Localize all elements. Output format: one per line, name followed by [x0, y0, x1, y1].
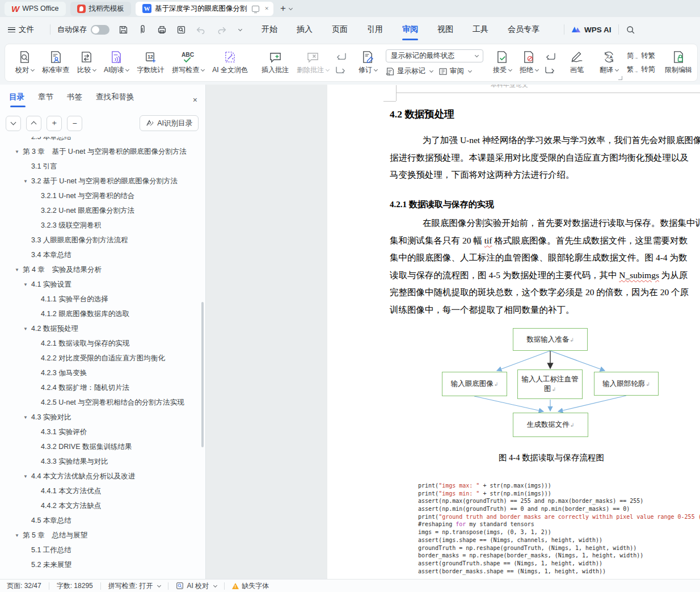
toc-toggle-icon[interactable]: ▼ [15, 533, 23, 538]
document-page[interactable]: 本科毕业论文 4.2 数据预处理 为了加强 U-net 神经网络的学习效果与学习… [327, 85, 700, 579]
toc-item[interactable]: 3.1 引言 [0, 159, 205, 174]
sidebar-scrollbar[interactable] [201, 302, 204, 447]
toc-item[interactable]: 3.4 本章总结 [0, 247, 205, 262]
close-tab-icon[interactable]: × [265, 4, 269, 13]
previous-change-icon[interactable] [545, 52, 556, 61]
toc-item[interactable]: 3.2.3 级联空洞卷积 [0, 218, 205, 233]
tab-docer-templates[interactable]: 找稻壳模板 [70, 2, 132, 16]
missing-font-warning[interactable]: 缺失字体 [232, 581, 269, 591]
more-commands-chevron-icon[interactable] [238, 27, 242, 31]
toc-toggle-icon[interactable]: ▼ [15, 149, 23, 154]
track-changes-button[interactable]: 修订 [355, 49, 381, 76]
toc-collapse-button[interactable]: − [67, 116, 82, 131]
toc-toggle-icon[interactable]: ▼ [23, 415, 31, 420]
sidebar-tab-contents[interactable]: 目录 [9, 92, 24, 107]
redo-icon[interactable] [216, 26, 227, 34]
toc-previous-button[interactable] [26, 116, 41, 131]
tab-wps-office[interactable]: W WPS Office [5, 2, 66, 16]
ai-recognize-toc-button[interactable]: AI识别目录 [140, 115, 199, 131]
toc-item[interactable]: ▼4.1 实验设置 [0, 277, 205, 292]
ai-proofread-status[interactable]: AI 校对 [176, 581, 217, 591]
sidebar-tab-find-replace[interactable]: 查找和替换 [96, 92, 134, 107]
toc-item[interactable]: ▼4.2 数据预处理 [0, 321, 205, 336]
toc-item[interactable]: 3.2.2 U-net 眼底图像分割方法 [0, 203, 205, 218]
toc-item[interactable]: 4.1.2 眼底图像数据库的选取 [0, 307, 205, 321]
toc-item[interactable]: 4.2.1 数据读取与保存的实现 [0, 336, 205, 351]
compare-button[interactable]: 比较 [73, 49, 100, 76]
toc-toggle-icon[interactable]: ▼ [23, 282, 31, 287]
menu-item-8[interactable]: 会员专享 [498, 21, 549, 38]
toc-item[interactable]: 4.3.3 实验结果与对比 [0, 454, 205, 469]
toc-item[interactable]: 4.2.2 对比度受限的自适应直方图均衡化 [0, 351, 205, 366]
menu-item-1[interactable]: 开始 [252, 21, 287, 38]
menu-item-2[interactable]: 插入 [287, 21, 322, 38]
traditional-to-simplified-button[interactable]: 繁→ 转简 [627, 65, 655, 74]
toc-next-button[interactable] [6, 116, 21, 131]
print-preview-icon[interactable] [176, 25, 186, 35]
standard-review-button[interactable]: 标准审查 [38, 49, 73, 76]
toc-toggle-icon[interactable]: ▼ [15, 267, 23, 272]
toc-toggle-icon[interactable]: ▼ [23, 474, 31, 479]
toc-item[interactable]: ▼4.4 本文方法优缺点分析以及改进 [0, 469, 205, 484]
menu-item-3[interactable]: 页面 [322, 21, 357, 38]
toc-toggle-icon[interactable]: ▼ [23, 326, 31, 331]
toc-item[interactable]: 4.3.2 DRIVE 数据集训练结果 [0, 439, 205, 454]
spellcheck-status[interactable]: 拼写检查: 打开 [108, 581, 161, 591]
new-tab-button[interactable]: + [280, 3, 286, 14]
tab-list-chevron-icon[interactable] [289, 6, 293, 10]
toc-item[interactable]: 5.1 工作总结 [0, 543, 205, 557]
next-change-icon[interactable] [545, 65, 556, 74]
toc-item[interactable]: ▼第 3 章 基于 U-net 与空洞卷积的眼底图像分割方法 [0, 144, 205, 159]
autosave-toggle[interactable] [91, 25, 109, 35]
toc-item[interactable]: 4.2.5 U-net 与空洞卷积相结合的分割方法实现 [0, 395, 205, 410]
show-markup-button[interactable]: 显示标记 [386, 66, 433, 76]
sidebar-tab-bookmarks[interactable]: 书签 [67, 92, 82, 107]
menu-item-4[interactable]: 引用 [357, 21, 393, 38]
spell-check-button[interactable]: ABC 拼写检查 [168, 49, 208, 76]
accept-button[interactable]: 接受 [489, 49, 516, 76]
toc-item[interactable]: ▼4.3 实验对比 [0, 410, 205, 425]
simplified-to-traditional-button[interactable]: 简→ 转繁 [627, 51, 655, 61]
print-icon[interactable] [157, 25, 167, 35]
menu-item-7[interactable]: 工具 [463, 21, 498, 38]
previous-comment-icon[interactable] [335, 52, 347, 61]
toc-item[interactable]: 4.2.3 伽马变换 [0, 366, 205, 380]
screen-share-icon[interactable] [252, 6, 259, 12]
toc-item[interactable]: 4.1.1 实验平台的选择 [0, 292, 205, 307]
toc-item[interactable]: 5.2 未来展望 [0, 557, 205, 572]
tab-document[interactable]: W 基于深度学习的眼底图像分割 × [136, 2, 273, 16]
wps-ai-button[interactable]: WPS AI [571, 25, 612, 34]
toc-item[interactable]: 4.2.4 数据扩增：随机切片法 [0, 380, 205, 395]
ai-read-button[interactable]: AI朗读 [100, 49, 133, 76]
restrict-editing-button[interactable]: 限制编辑 [661, 49, 696, 76]
word-count-button[interactable]: 12 字数统计 [133, 49, 168, 76]
word-count-indicator[interactable]: 字数: 18295 [57, 581, 93, 591]
toc-item[interactable]: ▼第 5 章 总结与展望 [0, 528, 205, 543]
toc-item[interactable]: 2.5 本章总结 [0, 137, 205, 144]
toc-item[interactable]: 4.4.1 本文方法优点 [0, 484, 205, 498]
markup-state-select[interactable]: 显示标记的最终状态 [386, 49, 483, 62]
reject-button[interactable]: 拒绝 [516, 49, 542, 76]
save-icon[interactable] [119, 25, 128, 35]
menu-item-6[interactable]: 视图 [428, 21, 463, 38]
sidebar-close-icon[interactable]: × [193, 95, 197, 104]
proofread-button[interactable]: 校对 [11, 49, 38, 76]
ribbon-expand-icon[interactable] [618, 76, 622, 80]
insert-comment-button[interactable]: 插入批注 [258, 49, 293, 76]
toc-item[interactable]: 4.5 本章总结 [0, 513, 205, 528]
review-pane-button[interactable]: 审阅 [438, 66, 471, 76]
toc-item[interactable]: 4.4.2 本文方法缺点 [0, 498, 205, 513]
toc-expand-button[interactable]: ＋ [47, 116, 62, 131]
toc-toggle-icon[interactable]: ▼ [23, 179, 31, 184]
file-menu-button[interactable]: 文件 [8, 24, 34, 35]
toc-item[interactable]: 3.2.1 U-net 与空洞卷积的结合 [0, 188, 205, 203]
toc-item[interactable]: ▼第 4 章 实验及结果分析 [0, 262, 205, 277]
undo-icon[interactable] [196, 26, 206, 34]
toc-item[interactable]: ▼3.2 基于 U-net 与空洞卷积的眼底图像分割方法 [0, 174, 205, 188]
pen-button[interactable]: 画笔 [564, 49, 590, 76]
page-indicator[interactable]: 页面: 32/47 [7, 581, 41, 591]
ai-polish-button[interactable]: AI 全文润色 [208, 49, 252, 76]
sidebar-tab-chapters[interactable]: 章节 [38, 92, 53, 107]
next-comment-icon[interactable] [335, 65, 347, 74]
translate-button[interactable]: 文A 翻译 [596, 49, 622, 76]
